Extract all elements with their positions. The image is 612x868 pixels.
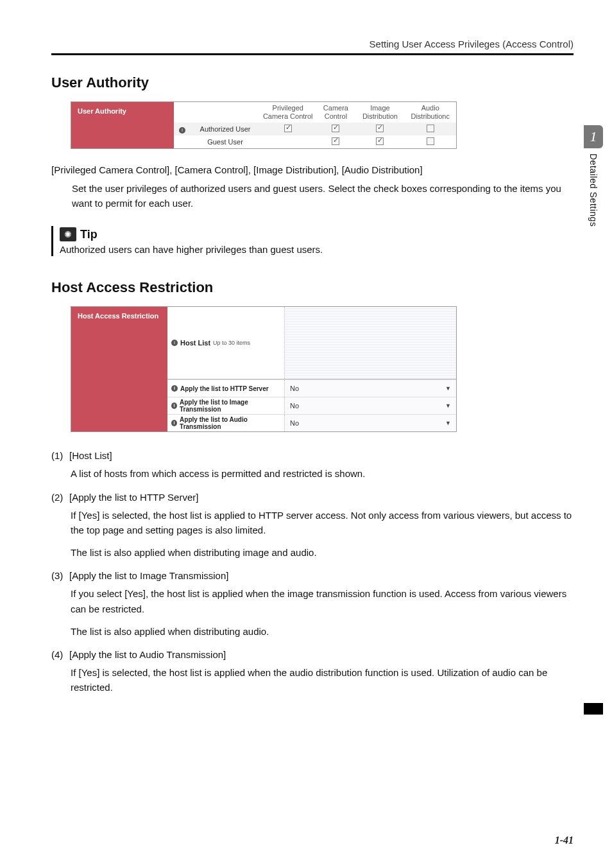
- apply-image-row: i Apply the list to Image Transmission N…: [167, 397, 456, 414]
- host-list-sublabel: Up to 30 items: [213, 340, 250, 346]
- checkbox-authorized-audio[interactable]: [427, 125, 434, 132]
- chapter-number-badge: 1: [584, 125, 603, 148]
- chevron-down-icon: ▼: [445, 420, 451, 426]
- item-number: (3): [51, 569, 69, 582]
- chevron-down-icon: ▼: [445, 385, 451, 392]
- item-body: The list is also applied when distributi…: [71, 545, 574, 560]
- tip-block: ✺ Tip Authorized users can have higher p…: [51, 226, 574, 256]
- section-title-host-access-restriction: Host Access Restriction: [51, 279, 574, 296]
- chapter-tab: 1 Detailed Settings: [584, 125, 603, 227]
- info-icon: i: [171, 403, 177, 409]
- apply-image-dropdown[interactable]: No ▼: [285, 397, 456, 414]
- privilege-description: Set the user privileges of authorized us…: [51, 182, 574, 211]
- item-number: (1): [51, 449, 69, 462]
- list-item: (4)[Apply the list to Audio Transmission…: [51, 648, 574, 695]
- col-cam-control: Camera Control: [316, 102, 355, 123]
- page-number: 1-41: [555, 835, 574, 846]
- tip-text: Authorized users can have higher privile…: [60, 244, 574, 255]
- section-title-user-authority: User Authority: [51, 74, 574, 91]
- item-heading: [Host List]: [69, 450, 112, 461]
- checkbox-guest-cam[interactable]: [332, 137, 339, 145]
- col-audio-dist: Audio Distributionc: [404, 102, 456, 123]
- checkbox-authorized-cam[interactable]: [332, 125, 339, 132]
- item-body: If you select [Yes], the host list is ap…: [71, 586, 574, 616]
- list-item: (3)[Apply the list to Image Transmission…: [51, 569, 574, 639]
- checkbox-authorized-privcam[interactable]: [284, 125, 292, 132]
- chevron-down-icon: ▼: [445, 403, 451, 409]
- item-number: (4): [51, 648, 69, 661]
- item-body: A list of hosts from which access is per…: [71, 466, 574, 481]
- apply-http-value: No: [290, 385, 299, 392]
- apply-audio-row: i Apply the list to Audio Transmission N…: [167, 414, 456, 431]
- list-item: (1)[Host List] A list of hosts from whic…: [51, 449, 574, 481]
- user-authority-panel: User Authority Privileged Camera Control…: [71, 101, 457, 149]
- item-body: If [Yes] is selected, the host list is a…: [71, 665, 574, 695]
- row-label-authorized-user: Authorized User: [191, 123, 260, 135]
- apply-image-value: No: [290, 402, 299, 410]
- checkbox-guest-image[interactable]: [376, 137, 384, 145]
- item-heading: [Apply the list to Audio Transmission]: [69, 649, 226, 660]
- table-row: i Authorized User: [174, 123, 456, 135]
- apply-audio-value: No: [290, 419, 299, 427]
- user-authority-table: Privileged Camera Control Camera Control…: [174, 102, 456, 148]
- item-heading: [Apply the list to HTTP Server]: [69, 492, 198, 503]
- host-list-label: Host List: [180, 339, 210, 347]
- apply-http-dropdown[interactable]: No ▼: [285, 380, 456, 397]
- header-rule: [51, 53, 574, 55]
- item-body: The list is also applied when distributi…: [71, 624, 574, 639]
- info-icon: i: [171, 340, 178, 346]
- apply-image-label: Apply the list to Image Transmission: [180, 399, 280, 413]
- col-priv-cam-control: Privileged Camera Control: [260, 102, 316, 123]
- host-list-textarea[interactable]: [285, 307, 456, 379]
- apply-http-label: Apply the list to HTTP Server: [180, 385, 269, 392]
- row-label-guest-user: Guest User: [191, 135, 260, 148]
- checkbox-authorized-image[interactable]: [376, 125, 384, 132]
- list-item: (2)[Apply the list to HTTP Server] If [Y…: [51, 490, 574, 560]
- table-header-row: Privileged Camera Control Camera Control…: [174, 102, 456, 123]
- chapter-label: Detailed Settings: [588, 153, 599, 227]
- host-access-panel-sidebar: Host Access Restriction: [71, 307, 167, 431]
- user-authority-panel-sidebar: User Authority: [71, 102, 174, 148]
- col-image-dist: Image Distribution: [355, 102, 404, 123]
- host-list-row: i Host List Up to 30 items: [167, 307, 456, 379]
- privilege-bracket-line: [Privileged Camera Control], [Camera Con…: [51, 164, 574, 175]
- item-heading: [Apply the list to Image Transmission]: [69, 570, 228, 581]
- running-header: Setting User Access Privileges (Access C…: [51, 39, 574, 49]
- apply-audio-label: Apply the list to Audio Transmission: [180, 416, 280, 430]
- side-thumb-marker: [584, 703, 603, 715]
- tip-label: Tip: [80, 228, 98, 241]
- page: Setting User Access Privileges (Access C…: [0, 0, 612, 868]
- apply-audio-dropdown[interactable]: No ▼: [285, 415, 456, 431]
- host-access-panel: Host Access Restriction i Host List Up t…: [71, 306, 457, 432]
- checkbox-guest-audio[interactable]: [427, 137, 434, 145]
- apply-http-row: i Apply the list to HTTP Server No ▼: [167, 379, 456, 397]
- item-body: If [Yes] is selected, the host list is a…: [71, 508, 574, 538]
- info-icon: i: [171, 385, 178, 392]
- info-icon: i: [179, 127, 185, 134]
- tip-icon: ✺: [60, 227, 76, 241]
- item-number: (2): [51, 490, 69, 504]
- info-icon: i: [171, 420, 177, 426]
- table-row: Guest User: [174, 135, 456, 148]
